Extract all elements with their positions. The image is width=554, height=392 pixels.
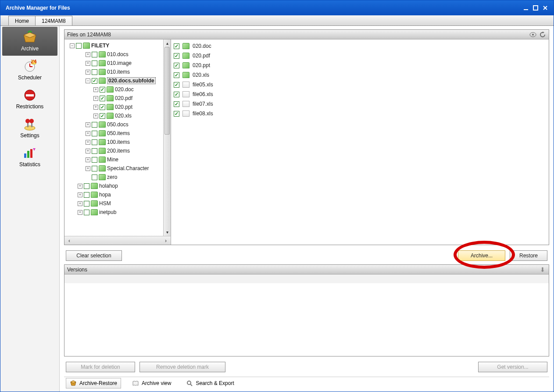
tree-row[interactable]: +100.items (64, 138, 171, 146)
tree-row[interactable]: +010.image (64, 59, 171, 68)
checkbox[interactable] (92, 61, 97, 66)
tree-row[interactable]: +010.items (64, 68, 171, 76)
minimize-icon[interactable] (523, 5, 529, 11)
expand-icon[interactable]: + (78, 184, 82, 189)
tree-horizontal-scrollbar[interactable]: ‹ › (64, 236, 171, 245)
checkbox[interactable] (100, 87, 105, 93)
get-version-button[interactable]: Get version... (478, 362, 547, 372)
collapse-icon[interactable]: − (86, 78, 90, 83)
expand-icon[interactable]: + (78, 192, 82, 197)
btab-search-export[interactable]: Search & Export (182, 378, 238, 388)
checkbox[interactable] (84, 201, 89, 207)
remove-deletion-mark-button[interactable]: Remove deletion mark (139, 362, 225, 372)
folder-tree[interactable]: −FILETY+010.docs+010.image+010.items−020… (64, 39, 171, 217)
list-item[interactable]: 020.doc (174, 41, 546, 51)
checkbox[interactable] (174, 111, 179, 117)
nav-restrictions[interactable]: Restrictions (2, 85, 57, 114)
tree-row[interactable]: +010.docs (64, 50, 171, 59)
restore-button[interactable]: Restore (510, 250, 547, 261)
checkbox[interactable] (174, 72, 179, 78)
refresh-icon[interactable] (539, 31, 546, 38)
close-icon[interactable] (542, 5, 548, 11)
tab-home[interactable]: Home (8, 16, 36, 25)
expand-icon[interactable]: + (86, 52, 90, 57)
checkbox[interactable] (84, 192, 89, 198)
expand-icon[interactable]: + (86, 131, 90, 136)
archive-button[interactable]: Archive... (458, 250, 505, 261)
expand-icon[interactable]: + (86, 70, 90, 75)
checkbox[interactable] (92, 122, 97, 128)
checkbox[interactable] (100, 113, 105, 119)
tree-row[interactable]: +Mine (64, 155, 171, 164)
expand-icon[interactable]: + (86, 149, 90, 153)
checkbox[interactable] (92, 166, 97, 171)
mark-for-deletion-button[interactable]: Mark for deletion (66, 362, 135, 372)
checkbox[interactable] (174, 43, 179, 49)
tree-row[interactable]: +050.docs (64, 120, 171, 129)
collapse-icon[interactable]: − (70, 43, 75, 48)
btab-archive-restore[interactable]: Archive-Restore (66, 378, 121, 388)
checkbox[interactable] (76, 43, 82, 49)
checkbox[interactable] (174, 92, 179, 97)
tree-row[interactable]: +inetpub (64, 208, 171, 217)
expand-icon[interactable]: + (93, 87, 98, 92)
tree-row[interactable]: +200.items (64, 146, 171, 155)
expand-icon[interactable]: + (93, 105, 98, 110)
expand-icon[interactable]: + (86, 122, 90, 127)
checkbox[interactable] (92, 131, 97, 136)
tree-row[interactable]: +020.pdf (64, 94, 171, 103)
expand-icon[interactable]: + (86, 157, 90, 162)
expand-icon[interactable] (86, 175, 90, 180)
nav-settings[interactable]: Settings (2, 114, 57, 143)
checkbox[interactable] (100, 104, 105, 110)
checkbox[interactable] (100, 96, 105, 101)
tree-vertical-scrollbar[interactable]: ▴ ▾ (163, 39, 171, 236)
list-item[interactable]: 020.pdf (174, 51, 546, 61)
tree-row[interactable]: +Special.Character (64, 164, 171, 173)
list-item[interactable]: file06.xls (174, 89, 546, 99)
collapse-icon[interactable] (539, 266, 546, 273)
clear-selection-button[interactable]: Clear selection (66, 250, 122, 261)
checkbox[interactable] (92, 69, 97, 75)
list-item[interactable]: 020.xls (174, 70, 546, 80)
tree-row[interactable]: +HSM (64, 199, 171, 208)
expand-icon[interactable]: + (78, 210, 82, 215)
tree-row[interactable]: +020.ppt (64, 103, 171, 111)
checkbox[interactable] (174, 63, 179, 68)
expand-icon[interactable]: + (86, 166, 90, 171)
tree-row[interactable]: −FILETY (64, 41, 171, 50)
scroll-left-icon[interactable]: ‹ (66, 238, 72, 244)
checkbox[interactable] (92, 52, 97, 57)
scroll-thumb[interactable] (164, 47, 170, 135)
checkbox[interactable] (92, 139, 97, 145)
expand-icon[interactable]: + (93, 114, 98, 118)
nav-scheduler[interactable]: 24 Scheduler (2, 56, 57, 85)
file-list-pane[interactable]: 020.doc020.pdf020.ppt020.xlsfile05.xlsfi… (171, 39, 549, 245)
expand-icon[interactable]: + (78, 201, 82, 206)
checkbox[interactable] (92, 175, 97, 180)
btab-archive-view[interactable]: Archive view (128, 378, 175, 388)
list-item[interactable]: 020.ppt (174, 61, 546, 70)
expand-icon[interactable]: + (86, 140, 90, 145)
tab-server[interactable]: 124MAM8 (35, 16, 72, 25)
tree-row[interactable]: +020.xls (64, 111, 171, 120)
scroll-down-icon[interactable]: ▾ (164, 228, 171, 236)
nav-statistics[interactable]: Statistics (2, 143, 57, 171)
checkbox[interactable] (174, 82, 179, 88)
eye-icon[interactable] (529, 31, 536, 38)
tree-row[interactable]: +holahop (64, 182, 171, 190)
tree-row[interactable]: +020.doc (64, 85, 171, 94)
tree-row[interactable]: zero (64, 173, 171, 182)
tree-row[interactable]: +050.items (64, 129, 171, 138)
checkbox[interactable] (174, 53, 179, 59)
scroll-right-icon[interactable]: › (163, 238, 169, 244)
tree-row[interactable]: +hopa (64, 190, 171, 199)
expand-icon[interactable]: + (86, 61, 90, 66)
checkbox[interactable] (92, 148, 97, 154)
maximize-icon[interactable] (533, 5, 539, 11)
tree-row[interactable]: −020.docs.subfolde (64, 76, 171, 85)
checkbox[interactable] (92, 157, 97, 163)
nav-archive[interactable]: Archive (2, 27, 57, 56)
list-item[interactable]: file07.xls (174, 99, 546, 109)
list-item[interactable]: file08.xls (174, 109, 546, 118)
